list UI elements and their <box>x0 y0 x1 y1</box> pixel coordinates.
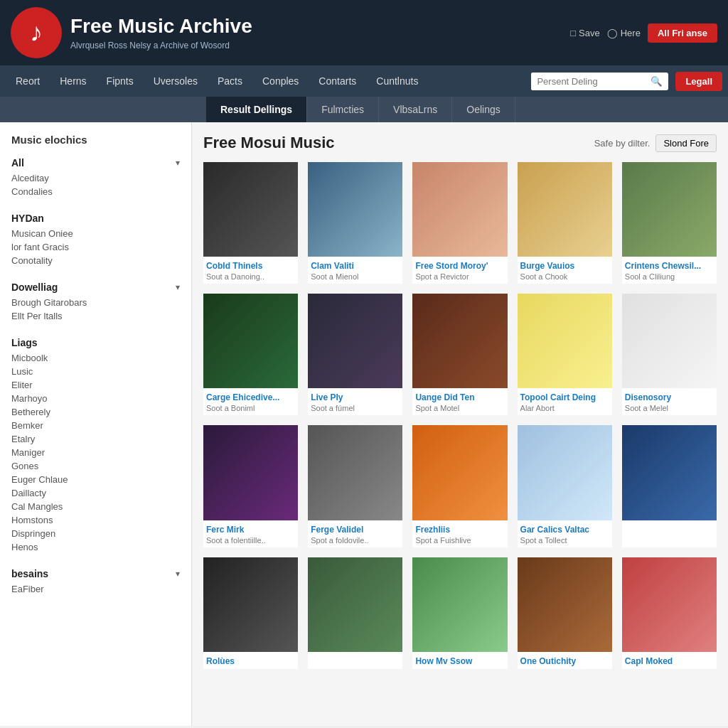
music-card[interactable]: Rolùes <box>203 557 298 669</box>
content-header: Free Mosui Music Safe by dilter. Slond F… <box>203 134 717 152</box>
sidebar-item[interactable]: Dispringen <box>11 527 180 540</box>
here-button[interactable]: ◯ Here <box>607 28 641 38</box>
music-card[interactable]: Clam ValitiSoot a Mienol <box>308 162 402 284</box>
music-card[interactable]: FrezhliisSpot a Fuishlive <box>412 425 507 547</box>
sidebar-item[interactable]: Daillacty <box>11 486 180 500</box>
search-button[interactable]: 🔍 <box>645 73 668 90</box>
subnav-tab-oelings[interactable]: Oelings <box>452 97 515 122</box>
sidebar-item[interactable]: Euger Chlaue <box>11 473 180 486</box>
nav-item-contarts[interactable]: Contarts <box>309 67 366 95</box>
sidebar-item[interactable]: Bemker <box>11 419 180 432</box>
nav-item-conples[interactable]: Conples <box>252 67 309 95</box>
save-label: Save <box>579 28 600 38</box>
sidebar-section-header-besains[interactable]: besains▾ <box>11 565 180 582</box>
sidebar-item[interactable]: Brough Gitarobars <box>11 296 180 309</box>
music-card[interactable]: DisenosorySoot a Melel <box>622 294 717 415</box>
music-card[interactable]: Ferc MirkSoot a folentiille.. <box>203 425 298 547</box>
nav-item-herns[interactable]: Herns <box>50 67 96 95</box>
sidebar-item[interactable]: Micboolk <box>11 351 180 365</box>
album-art <box>308 425 402 520</box>
sidebar-item[interactable]: lor fant Gracis <box>11 240 180 254</box>
card-subtitle: Soot a folentiille.. <box>206 536 295 545</box>
sidebar-item[interactable]: Alceditay <box>11 171 180 185</box>
sidebar-item[interactable]: Condalies <box>11 185 180 198</box>
album-art <box>412 162 507 257</box>
music-card[interactable]: Carge Ehicedive...Soot a Boniml <box>203 294 298 415</box>
sidebar-item[interactable]: Maniger <box>11 446 180 459</box>
sidebar-section-label-liags: Liags <box>11 337 38 348</box>
site-logo[interactable]: ♪ <box>11 7 62 58</box>
music-card[interactable]: How Mv Ssow <box>412 557 507 669</box>
music-card[interactable] <box>308 557 402 669</box>
nav-item-pacts[interactable]: Pacts <box>208 67 252 95</box>
card-title: One Outichity <box>520 656 609 666</box>
card-title: Crintens Chewsil... <box>625 261 714 271</box>
music-card[interactable]: Free Stord Moroy'Spot a Revictor <box>412 162 507 284</box>
album-art <box>412 425 507 520</box>
card-info: Crintens Chewsil...Sool a Cliliung <box>622 257 717 284</box>
sidebar-item[interactable]: Gones <box>11 459 180 473</box>
card-subtitle: Soot a Mienol <box>311 272 400 281</box>
music-card[interactable]: Crintens Chewsil...Sool a Cliliung <box>622 162 717 284</box>
search-input[interactable] <box>531 73 645 90</box>
sidebar-section-label-all: All <box>11 157 24 168</box>
sidebar-item[interactable]: Eliter <box>11 378 180 392</box>
save-button[interactable]: □ Save <box>570 28 600 38</box>
music-card[interactable] <box>622 425 717 547</box>
card-info: Rolùes <box>203 652 298 669</box>
subnav-tab-result-dellings[interactable]: Result Dellings <box>206 97 307 122</box>
sort-filter-button[interactable]: Slond Fore <box>655 134 717 152</box>
music-card[interactable]: Cobld ThinelsSout a Danoing.. <box>203 162 298 284</box>
sidebar-item[interactable]: Marhoyo <box>11 392 180 405</box>
chevron-down-icon: ▾ <box>176 158 180 168</box>
sidebar-item[interactable]: Cal Mangles <box>11 500 180 513</box>
site-identity: Free Music Archive Alvrqusel Ross Nelsy … <box>70 15 252 50</box>
album-art <box>622 425 717 520</box>
nav-item-cuntlnuts[interactable]: Cuntlnuts <box>366 67 428 95</box>
nav-item-reort[interactable]: Reort <box>6 67 50 95</box>
sidebar-item[interactable]: Homstons <box>11 513 180 527</box>
album-art <box>412 294 507 388</box>
nav-login-button[interactable]: Legall <box>675 72 722 91</box>
sidebar-section-header-all[interactable]: All▾ <box>11 154 180 171</box>
music-card[interactable]: Ferge ValidelSpot a foldovile.. <box>308 425 402 547</box>
card-subtitle: Soot a Melel <box>625 404 714 412</box>
sidebar-item[interactable]: Conotality <box>11 254 180 267</box>
card-subtitle: Spot a Tollect <box>520 536 609 545</box>
sidebar-item[interactable]: Ellt Per ltalls <box>11 309 180 323</box>
music-card[interactable]: Gar Calics ValtacSpot a Tollect <box>518 425 612 547</box>
music-card[interactable]: Capl Moked <box>622 557 717 669</box>
sidebar-item[interactable]: EaFiber <box>11 582 180 596</box>
sidebar-item[interactable]: Musican Oniee <box>11 227 180 240</box>
nav-item-fipnts[interactable]: Fipnts <box>97 67 144 95</box>
card-title: Disenosory <box>625 392 714 402</box>
music-card[interactable]: Topool Cairt DeingAlar Abort <box>518 294 612 415</box>
sidebar-item[interactable]: Henos <box>11 540 180 554</box>
sidebar-item[interactable]: Betherely <box>11 405 180 419</box>
main-layout: Music elochics All▾AlceditayCondaliesHYD… <box>0 122 728 726</box>
nav-item-uversoles[interactable]: Uversoles <box>144 67 208 95</box>
sidebar-item[interactable]: Etalry <box>11 432 180 446</box>
content-title: Free Mosui Music <box>203 134 335 152</box>
card-title: Topool Cairt Deing <box>520 392 609 402</box>
sidebar-section-besains: besains▾EaFiber <box>11 565 180 596</box>
sidebar-item[interactable]: Lusic <box>11 365 180 378</box>
album-art <box>308 162 402 257</box>
music-card[interactable]: Live PlySoot a fúmel <box>308 294 402 415</box>
login-button[interactable]: All Fri anse <box>648 23 717 43</box>
music-card[interactable]: Burge VauiosSoot a Chook <box>518 162 612 284</box>
card-title: Frezhliis <box>415 525 504 535</box>
content-filter: Safe by dilter. Slond Fore <box>594 134 717 152</box>
album-art <box>203 294 298 388</box>
content-area: Free Mosui Music Safe by dilter. Slond F… <box>192 122 728 726</box>
subnav-tab-fulmcties[interactable]: Fulmcties <box>307 97 379 122</box>
music-card[interactable]: One Outichity <box>518 557 612 669</box>
here-label: Here <box>621 28 641 38</box>
music-card[interactable]: Uange Did TenSpot a Motel <box>412 294 507 415</box>
subnav-tab-vlbsalrns[interactable]: VlbsaLrns <box>379 97 452 122</box>
sidebar-section-header-dowelliag[interactable]: Dowelliag▾ <box>11 279 180 296</box>
card-title: Live Ply <box>311 392 400 402</box>
card-info <box>622 520 717 528</box>
main-nav: ReortHernsFipntsUversolesPactsConplesCon… <box>0 65 728 97</box>
card-info: FrezhliisSpot a Fuishlive <box>412 520 507 547</box>
